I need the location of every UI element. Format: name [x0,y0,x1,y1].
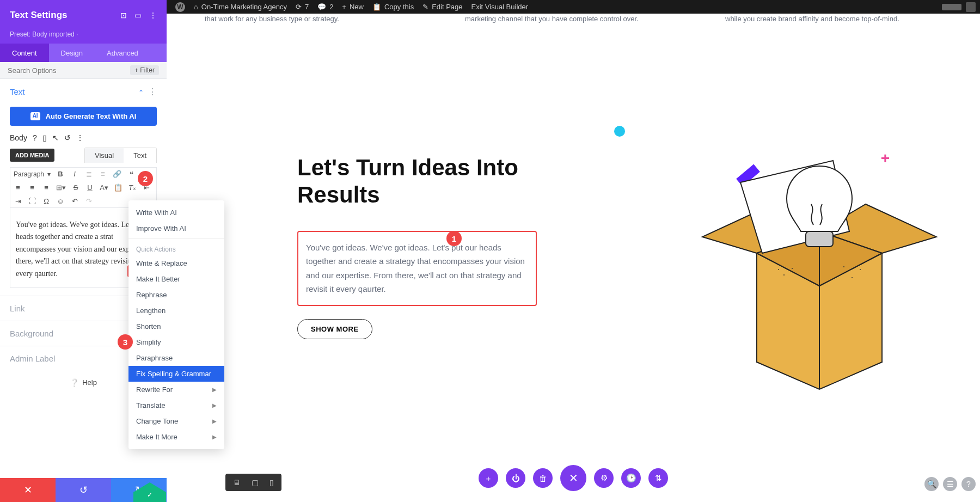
ai-simplify[interactable]: Simplify [128,334,224,350]
refresh-icon: ⟳ [296,3,302,11]
fullscreen-button[interactable]: ⛶ [28,197,36,205]
clear-button[interactable]: Tₓ [128,183,137,192]
delete-button[interactable]: 🗑 [533,468,553,488]
more-body-icon[interactable]: ⋮ [76,133,84,142]
user-name[interactable] [942,4,961,10]
ai-icon: AI [30,112,40,120]
ai-write[interactable]: Write With AI [128,205,224,221]
paragraph-select[interactable]: Paragraph ▾ [14,170,51,178]
site-link[interactable]: ⌂ On-Time Marketing Agency [189,3,291,11]
exit-vb-link[interactable]: Exit Visual Builder [467,3,533,11]
ul-button[interactable]: ≣ [84,170,93,178]
hover-icon[interactable]: ↖ [52,133,59,142]
undo-button[interactable]: ↶ [70,197,79,205]
ai-fix-spelling[interactable]: Fix Spelling & Grammar [128,366,224,382]
edit-page-link[interactable]: ✎ Edit Page [418,3,467,11]
tab-content[interactable]: Content [0,44,49,62]
table-button[interactable]: ⊞▾ [56,183,66,192]
bold-button[interactable]: B [56,170,65,178]
desktop-icon[interactable]: 🖥 [233,478,241,487]
ol-button[interactable]: ≡ [99,170,107,178]
history-button[interactable]: 🕑 [621,468,641,488]
reset-icon[interactable]: ↺ [64,133,71,142]
chevron-right-icon: ▶ [212,402,217,408]
annotation-1: 1 [446,231,462,246]
ai-paraphrase[interactable]: Paraphrase [128,350,224,366]
settings-button[interactable]: ⚙ [594,468,614,488]
comments-link[interactable]: 💬 2 [313,3,338,11]
quote-button[interactable]: ❝ [127,170,136,178]
underline-button[interactable]: U [85,183,94,192]
section-more-icon[interactable]: ⋮ [148,87,157,96]
ai-translate[interactable]: Translate▶ [128,397,224,413]
hero-paragraph[interactable]: You've got ideas. We've got ideas. Let's… [297,231,537,306]
text-tab[interactable]: Text [124,148,156,163]
collapse-icon[interactable]: ⌃ [138,89,144,96]
omega-button[interactable]: Ω [42,197,51,205]
svg-point-11 [860,269,861,270]
help-icon[interactable]: ? [33,133,37,142]
phone-icon[interactable]: ▯ [270,478,274,487]
drag-icon[interactable]: ⊡ [120,11,127,20]
italic-button[interactable]: I [70,170,79,178]
close-button[interactable]: ✕ [560,465,586,491]
box-illustration [697,106,942,400]
preset-label[interactable]: Preset: Body imported · [0,30,167,44]
updates-link[interactable]: ⟳ 7 [291,3,313,11]
ai-write-replace[interactable]: Write & Replace [128,255,224,271]
align-center[interactable]: ≡ [14,183,22,192]
strike-button[interactable]: S [71,183,80,192]
add-button[interactable]: + [479,468,498,488]
layers-button[interactable]: ☰ [943,477,957,491]
ai-shorten[interactable]: Shorten [128,319,224,334]
textcolor-button[interactable]: A▾ [100,183,108,192]
sidebar-title: Text Settings [10,10,67,21]
tab-design[interactable]: Design [49,44,95,62]
paste-button[interactable]: 📋 [114,183,122,192]
link-button[interactable]: 🔗 [113,170,121,178]
ai-lengthen[interactable]: Lengthen [128,303,224,319]
ai-context-menu: Write With AI Improve With AI Quick Acti… [128,200,224,449]
wp-logo[interactable]: W [171,2,189,12]
redo-button[interactable]: ↷ [84,197,93,205]
copy-link[interactable]: 📋 Copy this [368,3,418,11]
power-button[interactable]: ⏻ [506,468,525,488]
foot-undo-button[interactable]: ↺ [56,478,111,502]
discard-button[interactable]: ✕ [0,478,56,502]
show-more-button[interactable]: SHOW MORE [297,319,372,339]
ai-rephrase[interactable]: Rephrase [128,287,224,303]
expand-icon[interactable]: ▭ [134,11,142,20]
search-input[interactable] [8,66,125,75]
new-link[interactable]: + New [338,3,368,11]
filter-button[interactable]: + Filter [130,65,159,75]
chevron-right-icon: ▶ [212,418,217,424]
more-icon[interactable]: ⋮ [149,11,157,20]
indent-button[interactable]: ⇥ [14,197,22,205]
ai-improve[interactable]: Improve With AI [128,221,224,236]
ai-generate-button[interactable]: AI Auto Generate Text With AI [10,107,157,126]
emoji-button[interactable]: ☺ [56,197,65,205]
ai-make-better[interactable]: Make It Better [128,271,224,287]
align-right[interactable]: ≡ [28,183,36,192]
swap-button[interactable]: ⇅ [648,468,668,488]
canvas: that work for any business type or strat… [167,14,980,502]
ai-rewrite-for[interactable]: Rewrite For▶ [128,382,224,397]
copy-icon: 📋 [372,3,381,11]
align-justify[interactable]: ≡ [42,183,51,192]
text-section-header[interactable]: Text [10,87,25,96]
zoom-button[interactable]: 🔍 [924,477,939,491]
ai-make-it-more[interactable]: Make It More▶ [128,429,224,445]
card-snippet-2: marketing channel that you have complete… [454,14,693,25]
hero-heading: Let's Turn Ideas Into Results [297,154,537,209]
visual-tab[interactable]: Visual [85,148,124,163]
avatar[interactable] [966,2,976,12]
ai-change-tone[interactable]: Change Tone▶ [128,413,224,429]
phone-icon[interactable]: ▯ [42,133,47,142]
add-media-button[interactable]: ADD MEDIA [10,149,54,162]
tab-advanced[interactable]: Advanced [95,44,150,62]
pencil-icon: ✎ [422,3,428,11]
help-link[interactable]: Help [82,378,97,387]
help-button-br[interactable]: ? [961,477,976,491]
comment-icon: 💬 [317,3,326,11]
tablet-icon[interactable]: ▢ [252,478,259,487]
